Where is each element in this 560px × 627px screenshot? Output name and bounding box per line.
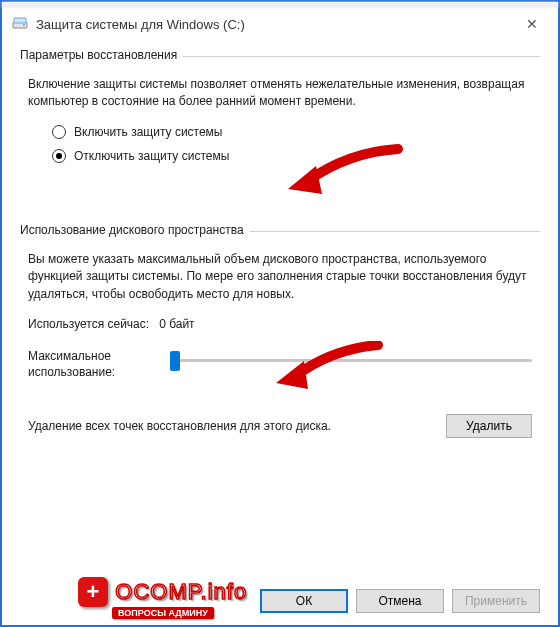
drive-icon — [12, 16, 28, 32]
max-usage-slider[interactable] — [170, 349, 532, 373]
disk-description: Вы можете указать максимальный объем дис… — [28, 251, 532, 303]
watermark-plus-icon: + — [78, 577, 108, 607]
radio-enable-protection[interactable]: Включить защиту системы — [52, 125, 532, 139]
delete-button[interactable]: Удалить — [446, 414, 532, 438]
slider-thumb[interactable] — [170, 351, 180, 371]
close-button[interactable]: ✕ — [516, 12, 548, 36]
max-usage-label: Максимальное использование: — [28, 349, 158, 380]
current-usage-row: Используется сейчас: 0 байт — [28, 317, 532, 331]
cancel-button[interactable]: Отмена — [356, 589, 444, 613]
restore-heading: Параметры восстановления — [20, 48, 183, 62]
radio-disable-label: Отключить защиту системы — [74, 149, 229, 163]
top-blur-strip — [2, 2, 558, 8]
radio-icon — [52, 125, 66, 139]
watermark: + OCOMP.info ВОПРОСЫ АДМИНУ — [78, 577, 247, 619]
disk-usage-group: Использование дискового пространства Вы … — [20, 223, 540, 442]
watermark-text: OCOMP.info — [115, 579, 247, 605]
svg-point-2 — [23, 24, 25, 26]
watermark-subtext: ВОПРОСЫ АДМИНУ — [112, 607, 214, 619]
delete-description: Удаление всех точек восстановления для э… — [28, 418, 430, 435]
max-usage-row: Максимальное использование: — [28, 349, 532, 380]
content-area: Параметры восстановления Включение защит… — [2, 40, 558, 442]
window-title: Защита системы для Windows (C:) — [36, 17, 516, 32]
radio-disable-protection[interactable]: Отключить защиту системы — [52, 149, 532, 163]
dialog-window: Защита системы для Windows (C:) ✕ Параме… — [0, 0, 560, 627]
delete-row: Удаление всех точек восстановления для э… — [28, 414, 532, 438]
dialog-buttons: ОК Отмена Применить — [260, 589, 540, 613]
radio-icon — [52, 149, 66, 163]
restore-settings-group: Параметры восстановления Включение защит… — [20, 48, 540, 177]
current-usage-label: Используется сейчас: — [28, 317, 149, 331]
ok-button[interactable]: ОК — [260, 589, 348, 613]
slider-track — [170, 359, 532, 362]
restore-description: Включение защиты системы позволяет отмен… — [28, 76, 532, 111]
svg-rect-1 — [14, 18, 26, 23]
radio-enable-label: Включить защиту системы — [74, 125, 223, 139]
apply-button[interactable]: Применить — [452, 589, 540, 613]
disk-heading: Использование дискового пространства — [20, 223, 250, 237]
current-usage-value: 0 байт — [159, 317, 194, 331]
titlebar: Защита системы для Windows (C:) ✕ — [2, 8, 558, 40]
